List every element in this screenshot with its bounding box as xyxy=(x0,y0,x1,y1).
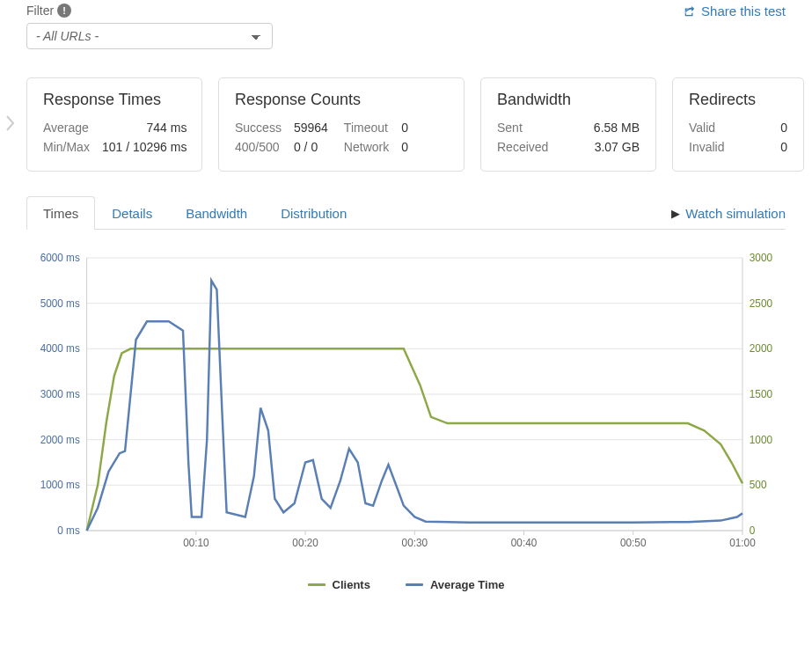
stat-row: Success 59964 Timeout 0 xyxy=(235,118,408,137)
svg-text:00:40: 00:40 xyxy=(511,537,538,549)
stat-row: Valid 0 xyxy=(689,118,787,137)
svg-text:01:00: 01:00 xyxy=(729,537,756,549)
tab-details[interactable]: Details xyxy=(95,196,169,230)
watch-simulation-link[interactable]: ▶ Watch simulation xyxy=(671,206,786,221)
tab-times[interactable]: Times xyxy=(26,196,95,230)
card-redirects: Redirects Valid 0 Invalid 0 xyxy=(672,77,804,172)
svg-text:2500: 2500 xyxy=(750,297,773,310)
svg-text:3000 ms: 3000 ms xyxy=(40,388,80,400)
legend-average-time: Average Time xyxy=(406,578,505,591)
svg-text:0 ms: 0 ms xyxy=(57,524,80,537)
svg-text:00:20: 00:20 xyxy=(292,537,318,549)
svg-text:5000 ms: 5000 ms xyxy=(40,297,80,310)
tab-bandwidth[interactable]: Bandwidth xyxy=(169,196,264,230)
stat-row: Average 744 ms xyxy=(43,118,187,137)
svg-text:1500: 1500 xyxy=(750,388,773,400)
play-icon: ▶ xyxy=(671,207,680,220)
svg-text:00:10: 00:10 xyxy=(183,537,209,549)
card-response-counts: Response Counts Success 59964 Timeout 0 … xyxy=(218,77,465,172)
legend-swatch xyxy=(406,583,423,586)
legend-swatch xyxy=(308,583,326,586)
stat-row: Min/Max 101 / 10296 ms xyxy=(43,137,187,157)
stat-row: 400/500 0 / 0 Network 0 xyxy=(235,137,408,157)
svg-text:1000: 1000 xyxy=(750,434,773,446)
stat-row: Invalid 0 xyxy=(689,137,787,157)
svg-text:2000: 2000 xyxy=(750,342,773,355)
share-icon xyxy=(684,5,696,18)
svg-text:00:50: 00:50 xyxy=(620,537,647,549)
svg-text:0: 0 xyxy=(750,524,756,537)
svg-text:1000 ms: 1000 ms xyxy=(40,479,80,491)
svg-text:3000: 3000 xyxy=(750,252,773,264)
svg-text:4000 ms: 4000 ms xyxy=(40,342,80,355)
svg-text:2000 ms: 2000 ms xyxy=(40,434,80,446)
legend-clients: Clients xyxy=(308,578,370,591)
card-bandwidth: Bandwidth Sent 6.58 MB Received 3.07 GB xyxy=(480,77,656,172)
filter-select[interactable]: - All URLs - xyxy=(26,23,273,49)
card-title: Response Counts xyxy=(235,91,448,109)
watch-link-label: Watch simulation xyxy=(685,206,786,221)
card-title: Bandwidth xyxy=(497,91,640,109)
chart: 0 ms1000 ms2000 ms3000 ms4000 ms5000 ms6… xyxy=(26,249,786,591)
info-icon[interactable]: ! xyxy=(57,4,71,18)
card-title: Redirects xyxy=(689,91,787,109)
share-link-label: Share this test xyxy=(701,4,786,18)
filter-block: Filter ! - All URLs - xyxy=(26,4,273,49)
tabs: Times Details Bandwidth Distribution xyxy=(26,196,363,230)
chart-legend: Clients Average Time xyxy=(26,578,786,591)
stat-row: Sent 6.58 MB xyxy=(497,118,640,137)
expand-handle[interactable] xyxy=(5,113,16,136)
svg-text:500: 500 xyxy=(750,479,767,491)
filter-label: Filter xyxy=(26,4,54,18)
share-link[interactable]: Share this test xyxy=(684,4,786,18)
card-title: Response Times xyxy=(43,91,186,109)
svg-text:00:30: 00:30 xyxy=(402,537,428,549)
stat-row: Received 3.07 GB xyxy=(497,137,640,157)
tab-distribution[interactable]: Distribution xyxy=(264,196,363,230)
card-response-times: Response Times Average 744 ms Min/Max 10… xyxy=(26,77,202,172)
svg-text:6000 ms: 6000 ms xyxy=(40,252,80,264)
